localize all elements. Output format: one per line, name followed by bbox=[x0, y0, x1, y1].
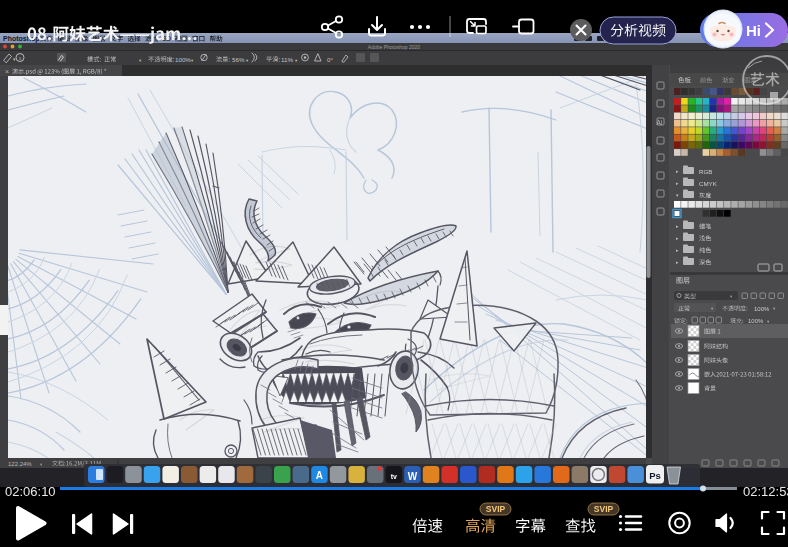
svg-text:RGB: RGB bbox=[699, 168, 712, 175]
svg-text:0°: 0° bbox=[327, 56, 333, 63]
svg-text:SVIP: SVIP bbox=[486, 504, 506, 514]
svg-text:100%: 100% bbox=[748, 318, 764, 324]
svg-text:100%: 100% bbox=[175, 56, 191, 63]
svg-text:Adobe Photoshop 2020: Adobe Photoshop 2020 bbox=[368, 44, 420, 50]
svg-text:Ai: Ai bbox=[657, 119, 663, 126]
svg-text:02:12:53: 02:12:53 bbox=[743, 484, 788, 499]
svg-text:56%: 56% bbox=[232, 56, 245, 63]
svg-text:A: A bbox=[316, 470, 323, 481]
svg-text:100%: 100% bbox=[754, 306, 770, 312]
svg-text:CMYK: CMYK bbox=[699, 180, 718, 187]
svg-text:02:06:10: 02:06:10 bbox=[5, 484, 56, 499]
svg-text:Hi: Hi bbox=[746, 22, 761, 39]
svg-text:Ps: Ps bbox=[649, 470, 661, 481]
svg-text:SVIP: SVIP bbox=[594, 504, 614, 514]
svg-text:11%: 11% bbox=[281, 56, 293, 63]
svg-text:×: × bbox=[5, 68, 9, 75]
svg-text:tv: tv bbox=[391, 473, 397, 480]
svg-text:122.24%: 122.24% bbox=[8, 461, 32, 467]
svg-text:W: W bbox=[408, 471, 418, 482]
